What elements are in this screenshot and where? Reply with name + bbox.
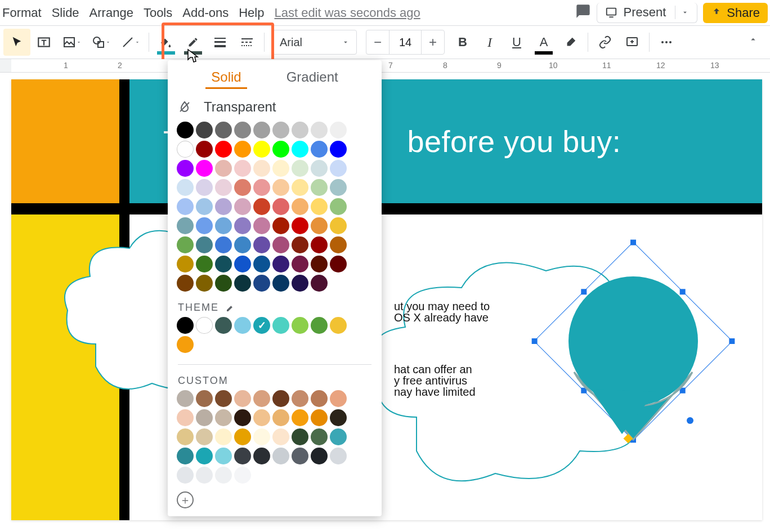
color-swatch[interactable] bbox=[272, 256, 289, 272]
color-swatch[interactable] bbox=[234, 275, 251, 292]
color-swatch[interactable] bbox=[272, 217, 289, 234]
color-swatch[interactable] bbox=[215, 448, 232, 464]
menu-format[interactable]: Format bbox=[2, 6, 42, 20]
more-options-button[interactable] bbox=[653, 29, 680, 56]
color-swatch[interactable] bbox=[215, 390, 232, 407]
color-swatch[interactable] bbox=[177, 198, 194, 215]
present-button[interactable]: Present bbox=[597, 3, 697, 23]
shape-tool[interactable] bbox=[87, 29, 116, 56]
color-swatch[interactable] bbox=[196, 409, 213, 426]
menu-arrange[interactable]: Arrange bbox=[89, 6, 133, 20]
color-swatch[interactable] bbox=[292, 317, 308, 334]
color-swatch[interactable] bbox=[234, 198, 251, 215]
last-edit-link[interactable]: Last edit was seconds ago bbox=[274, 6, 420, 20]
color-swatch[interactable] bbox=[215, 160, 232, 177]
picker-tab-solid[interactable]: Solid bbox=[205, 67, 247, 89]
color-swatch[interactable] bbox=[177, 122, 194, 138]
color-swatch[interactable] bbox=[253, 179, 270, 196]
color-swatch[interactable] bbox=[253, 256, 270, 272]
font-size-increase[interactable]: + bbox=[422, 34, 444, 50]
color-swatch[interactable] bbox=[253, 409, 270, 426]
menu-slide[interactable]: Slide bbox=[52, 6, 79, 20]
color-swatch[interactable] bbox=[196, 448, 213, 464]
color-swatch[interactable] bbox=[177, 428, 194, 445]
color-swatch[interactable] bbox=[330, 390, 347, 407]
color-swatch[interactable] bbox=[311, 236, 328, 253]
color-swatch[interactable] bbox=[272, 179, 289, 196]
color-swatch[interactable] bbox=[234, 122, 251, 138]
color-swatch[interactable] bbox=[253, 141, 270, 158]
color-swatch[interactable] bbox=[177, 409, 194, 426]
color-swatch[interactable] bbox=[292, 122, 308, 138]
color-swatch[interactable] bbox=[330, 317, 347, 334]
bold-button[interactable]: B bbox=[449, 29, 476, 56]
color-swatch[interactable] bbox=[330, 160, 347, 177]
color-swatch[interactable] bbox=[177, 275, 194, 292]
underline-button[interactable]: U bbox=[503, 29, 530, 56]
selected-shape[interactable] bbox=[535, 248, 726, 451]
border-color-button[interactable] bbox=[180, 29, 207, 56]
color-swatch[interactable] bbox=[177, 317, 194, 334]
edit-theme-icon[interactable] bbox=[226, 303, 235, 312]
color-swatch[interactable] bbox=[292, 179, 308, 196]
color-swatch[interactable] bbox=[215, 467, 232, 484]
color-swatch[interactable] bbox=[311, 390, 328, 407]
color-swatch[interactable] bbox=[253, 236, 270, 253]
color-swatch[interactable] bbox=[330, 256, 347, 272]
color-swatch[interactable] bbox=[177, 336, 194, 353]
text-color-button[interactable]: A bbox=[530, 29, 557, 56]
color-swatch[interactable] bbox=[292, 448, 308, 464]
menu-tools[interactable]: Tools bbox=[144, 6, 172, 20]
color-swatch[interactable] bbox=[177, 141, 194, 158]
color-swatch[interactable] bbox=[253, 198, 270, 215]
collapse-toolbar-button[interactable] bbox=[740, 26, 767, 53]
color-swatch[interactable] bbox=[234, 217, 251, 234]
color-swatch[interactable] bbox=[196, 390, 213, 407]
color-swatch[interactable] bbox=[234, 428, 251, 445]
add-comment-button[interactable] bbox=[619, 29, 646, 56]
color-swatch[interactable] bbox=[272, 448, 289, 464]
color-swatch[interactable] bbox=[311, 256, 328, 272]
textbox-tool[interactable] bbox=[30, 29, 57, 56]
color-swatch[interactable] bbox=[311, 160, 328, 177]
color-swatch[interactable] bbox=[177, 256, 194, 272]
color-swatch[interactable] bbox=[330, 179, 347, 196]
color-swatch[interactable] bbox=[292, 217, 308, 234]
color-swatch[interactable] bbox=[177, 390, 194, 407]
font-size-decrease[interactable]: − bbox=[366, 34, 389, 50]
color-swatch[interactable] bbox=[215, 217, 232, 234]
color-swatch[interactable] bbox=[234, 141, 251, 158]
color-swatch[interactable] bbox=[272, 236, 289, 253]
color-swatch[interactable] bbox=[215, 275, 232, 292]
color-swatch[interactable] bbox=[215, 198, 232, 215]
open-comments-icon[interactable] bbox=[575, 3, 591, 23]
color-swatch[interactable] bbox=[311, 179, 328, 196]
color-swatch[interactable] bbox=[272, 160, 289, 177]
color-swatch[interactable] bbox=[196, 141, 213, 158]
color-swatch[interactable] bbox=[330, 122, 347, 138]
color-swatch[interactable] bbox=[215, 428, 232, 445]
color-swatch[interactable] bbox=[234, 409, 251, 426]
color-swatch[interactable] bbox=[196, 256, 213, 272]
color-swatch[interactable] bbox=[234, 256, 251, 272]
color-swatch[interactable] bbox=[253, 275, 270, 292]
insert-image-tool[interactable] bbox=[57, 29, 87, 56]
color-swatch[interactable] bbox=[196, 428, 213, 445]
color-swatch[interactable] bbox=[177, 160, 194, 177]
color-swatch[interactable] bbox=[215, 409, 232, 426]
color-swatch[interactable] bbox=[330, 236, 347, 253]
color-swatch[interactable] bbox=[234, 179, 251, 196]
color-swatch[interactable] bbox=[253, 217, 270, 234]
color-swatch[interactable] bbox=[177, 467, 194, 484]
color-swatch[interactable] bbox=[215, 141, 232, 158]
color-swatch[interactable] bbox=[234, 448, 251, 464]
color-swatch[interactable] bbox=[234, 236, 251, 253]
font-family-select[interactable]: Arial bbox=[272, 30, 357, 55]
rotation-handle[interactable] bbox=[687, 417, 693, 424]
color-swatch[interactable] bbox=[292, 198, 308, 215]
color-swatch[interactable] bbox=[234, 317, 251, 334]
color-swatch[interactable] bbox=[196, 467, 213, 484]
font-size-value[interactable]: 14 bbox=[389, 30, 422, 54]
color-swatch[interactable] bbox=[253, 390, 270, 407]
color-swatch[interactable] bbox=[272, 428, 289, 445]
